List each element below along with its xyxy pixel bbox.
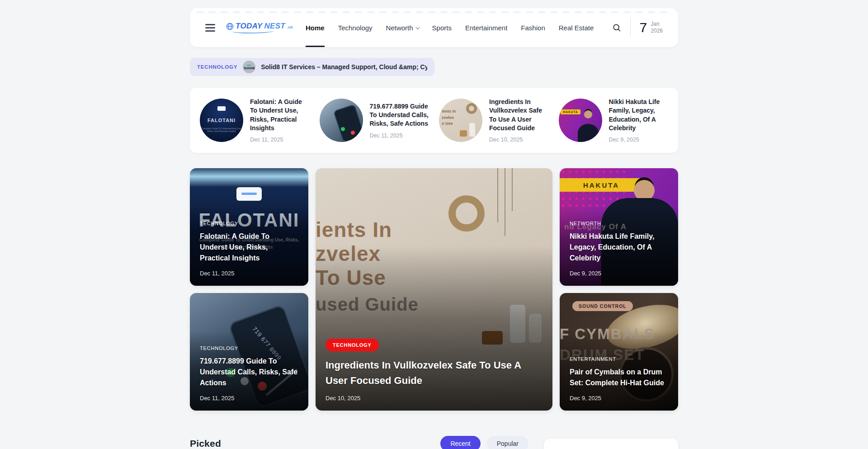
article-title[interactable]: Falotani: A Guide To Underst Use, Risks,… [250, 98, 310, 132]
header-right: 7 Jan 2026 [612, 8, 663, 47]
article-date: Dec 10, 2025 [489, 137, 549, 143]
featured-card-falotani[interactable]: FALOTANI Complete Guide To Understanding… [190, 168, 308, 286]
nav-item-technology[interactable]: Technology [338, 8, 373, 47]
tab-popular[interactable]: Popular [487, 436, 528, 449]
site-header: TODAY NEST .us Home Technology Networth … [190, 8, 678, 47]
logo-swoosh [232, 29, 274, 33]
featured-card-phone-guide[interactable]: 719 677 8899 TECHNOLOGY 719.677.8899 Gui… [190, 293, 308, 411]
article-title[interactable]: Ingredients In Vullkozvelex Safe To Use … [489, 98, 549, 132]
site-logo[interactable]: TODAY NEST .us [226, 22, 293, 33]
nav-item-entertainment[interactable]: Entertainment [465, 8, 507, 47]
ticker-avatar: pro Solid8 [243, 61, 255, 73]
article-title[interactable]: 719.677.8899 Guide To Understad Calls, R… [370, 102, 429, 128]
card-title[interactable]: Pair of Cymbals on a Drum Set: Complete … [570, 367, 668, 388]
search-icon[interactable] [612, 23, 621, 32]
card-title[interactable]: Ingredients In Vullkozvelex Safe To Use … [326, 358, 542, 388]
logo-suffix: .us [287, 25, 293, 29]
card-category[interactable]: NETWORTH [570, 221, 668, 226]
nav-item-networth[interactable]: Networth [386, 8, 419, 47]
list-item[interactable]: ients In zvelex o Use Ingredients In Vul… [439, 98, 549, 143]
article-date: Dec 9, 2025 [609, 137, 669, 143]
card-title[interactable]: Falotani: A Guide To Underst Use, Risks,… [200, 231, 298, 264]
date-month: Jan [651, 21, 663, 28]
nav-item-home[interactable]: Home [306, 8, 325, 47]
featured-card-nikki-hakuta[interactable]: HAKUTA nd Legacy Of A NETWORTH Nikki Hak… [560, 168, 678, 286]
card-date: Dec 9, 2025 [570, 270, 668, 277]
card-category-badge[interactable]: TECHNOLOGY [326, 339, 379, 351]
article-thumbnail: FALOTANI Complete Guide To Understanding… [200, 99, 243, 142]
card-date: Dec 9, 2025 [570, 395, 668, 402]
card-category[interactable]: TECHNOLOGY [200, 221, 298, 226]
card-title[interactable]: Nikki Hakuta Life Family, Legacy, Educat… [570, 231, 668, 264]
breaking-news-ticker[interactable]: TECHNOLOGY pro Solid8 Solid8 IT Services… [190, 58, 434, 76]
page-title-picked: Picked [190, 438, 221, 449]
article-date: Dec 11, 2025 [370, 132, 429, 139]
ticker-headline[interactable]: Solid8 IT Services – Managed Support, Cl… [261, 63, 427, 71]
header-divider [630, 18, 631, 37]
article-title[interactable]: Nikki Hakuta Life Family, Legacy, Educat… [609, 98, 669, 132]
card-date: Dec 10, 2025 [326, 395, 542, 402]
list-item[interactable]: HAKUTA Nikki Hakuta Life Family, Legacy,… [559, 98, 669, 143]
recent-articles-strip: FALOTANI Complete Guide To Understanding… [190, 88, 678, 153]
menu-hamburger-icon[interactable] [205, 24, 215, 32]
card-title[interactable]: 719.677.8899 Guide To Understad Calls, R… [200, 356, 298, 388]
tab-recent[interactable]: Recent [440, 436, 480, 449]
nav-item-fashion[interactable]: Fashion [521, 8, 545, 47]
list-item[interactable]: FALOTANI Complete Guide To Understanding… [200, 98, 310, 143]
card-category[interactable]: TECHNOLOGY [200, 345, 298, 351]
featured-card-cymbals[interactable]: SOUND CONTROL F CYMBALS DRUM SET ENTERTA… [560, 293, 678, 411]
card-category[interactable]: ENTERTAINMENT [570, 356, 668, 362]
date-widget: 7 Jan 2026 [640, 20, 663, 35]
article-thumbnail [320, 99, 363, 142]
date-day: 7 [640, 20, 647, 35]
date-year: 2026 [651, 28, 663, 34]
card-date: Dec 11, 2025 [200, 395, 298, 402]
article-thumbnail: ients In zvelex o Use [439, 99, 482, 142]
main-nav: Home Technology Networth Sports Entertai… [306, 8, 594, 47]
list-item[interactable]: 719.677.8899 Guide To Understad Calls, R… [320, 98, 429, 143]
picked-section: Picked Recent Popular Picked View All [190, 432, 678, 449]
ticker-category: TECHNOLOGY [197, 64, 237, 70]
chevron-down-icon [415, 25, 420, 29]
featured-card-ingredients[interactable]: ients In zvelex To Use used Guide TECHNO… [316, 168, 552, 411]
nav-item-sports[interactable]: Sports [432, 8, 452, 47]
featured-grid: FALOTANI Complete Guide To Understanding… [190, 168, 678, 411]
nav-item-real-estate[interactable]: Real Estate [559, 8, 594, 47]
article-date: Dec 11, 2025 [250, 137, 310, 143]
card-date: Dec 11, 2025 [200, 270, 298, 277]
picked-sidebar: Picked View All [544, 439, 678, 449]
picked-tabs: Recent Popular [440, 436, 528, 449]
article-thumbnail: HAKUTA [559, 99, 602, 142]
